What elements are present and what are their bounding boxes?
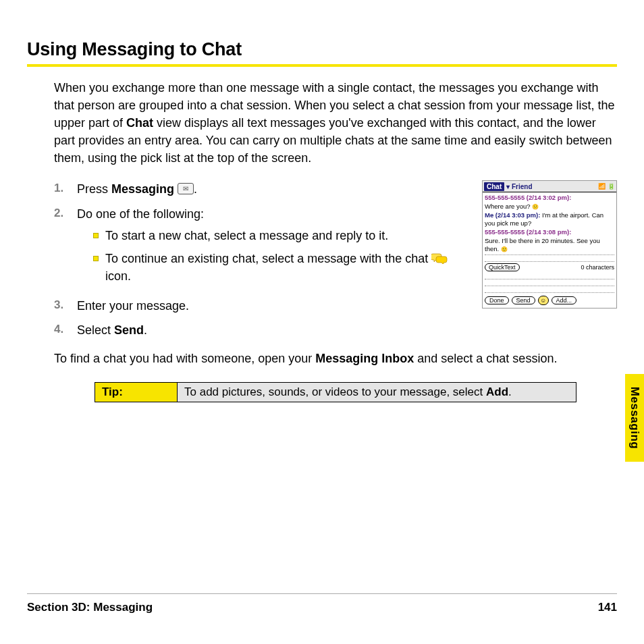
- chat-icon: [431, 253, 448, 264]
- closing-text: To find a chat you had with someone, ope…: [54, 352, 315, 365]
- palm-emoji-button: ☺: [538, 296, 549, 305]
- closing-bold: Messaging Inbox: [315, 352, 414, 365]
- quicktext-label: QuickText: [489, 264, 516, 271]
- tip-label: Tip:: [95, 383, 178, 402]
- side-tab-label: Messaging: [628, 387, 641, 449]
- substep-text: To continue an existing chat, select a m…: [105, 252, 431, 265]
- palm-msg1-header: 555-555-5555 (2/14 3:02 pm):: [485, 194, 571, 201]
- step4-text: Select: [77, 323, 114, 337]
- footer-page-number: 141: [598, 601, 617, 614]
- page-heading: Using Messaging to Chat: [27, 39, 617, 60]
- tip-text-pre: To add pictures, sounds, or videos to yo…: [184, 385, 486, 398]
- footer-rule: [27, 593, 617, 594]
- section-side-tab: Messaging: [625, 374, 644, 462]
- palm-signal-icons: 📶 🔋: [598, 183, 615, 190]
- tip-text: To add pictures, sounds, or videos to yo…: [178, 383, 576, 402]
- embedded-screenshot: Chat ▾ Friend 📶 🔋 555-555-5555 (2/14 3:0…: [482, 180, 617, 308]
- tip-text-post: .: [508, 385, 512, 398]
- step-number: 2.: [54, 205, 77, 222]
- step-number: 4.: [54, 321, 77, 338]
- heading-underline: [27, 64, 617, 67]
- emoji-icon: 😕: [532, 204, 539, 210]
- palm-msg3-header: 555-555-5555 (2/14 3:08 pm):: [485, 228, 571, 236]
- palm-chat-tab: Chat: [484, 182, 504, 191]
- tip-box: Tip: To add pictures, sounds, or videos …: [95, 382, 576, 402]
- emoji-icon: 🙂: [501, 246, 508, 252]
- palm-msg2-header: Me (2/14 3:03 pm):: [485, 211, 540, 219]
- page-footer: Section 3D: Messaging 141: [27, 595, 617, 614]
- palm-friend-dropdown: ▾ Friend: [506, 183, 532, 190]
- closing-paragraph: To find a chat you had with someone, ope…: [54, 350, 617, 367]
- step-number: 3.: [54, 297, 77, 314]
- palm-char-count: 0 characters: [581, 264, 614, 271]
- palm-input-line: [485, 254, 614, 262]
- step1-text: Press: [77, 182, 111, 196]
- intro-paragraph: When you exchange more than one message …: [54, 79, 617, 167]
- palm-titlebar: Chat ▾ Friend 📶 🔋: [483, 181, 616, 192]
- tip-text-bold: Add: [486, 385, 508, 398]
- palm-send-button: Send: [512, 296, 535, 304]
- palm-compose-lines: [483, 273, 616, 293]
- step2-text: Do one of the following:: [77, 207, 204, 221]
- palm-add-button: Add...: [552, 296, 577, 304]
- footer-section: Section 3D: Messaging: [27, 601, 153, 614]
- step1-period: .: [194, 182, 197, 196]
- substep-text-2: icon.: [105, 269, 131, 283]
- palm-message-area: 555-555-5555 (2/14 3:02 pm): Where are y…: [483, 192, 616, 253]
- closing-text-2: and select a chat session.: [414, 352, 557, 365]
- palm-done-button: Done: [485, 296, 509, 304]
- messaging-button-icon: [178, 183, 194, 194]
- intro-bold-chat: Chat: [126, 116, 153, 130]
- palm-quicktext-button: QuickText: [485, 263, 520, 271]
- palm-msg1-text: Where are you?: [485, 203, 532, 210]
- step4-period: .: [144, 323, 147, 337]
- step3-text: Enter your message.: [77, 297, 473, 315]
- substep: To continue an existing chat, select a m…: [93, 250, 473, 285]
- step-number: 1.: [54, 180, 77, 197]
- step4-bold: Send: [114, 323, 144, 337]
- step1-bold: Messaging: [111, 182, 174, 196]
- substep: To start a new chat, select a message an…: [93, 227, 473, 244]
